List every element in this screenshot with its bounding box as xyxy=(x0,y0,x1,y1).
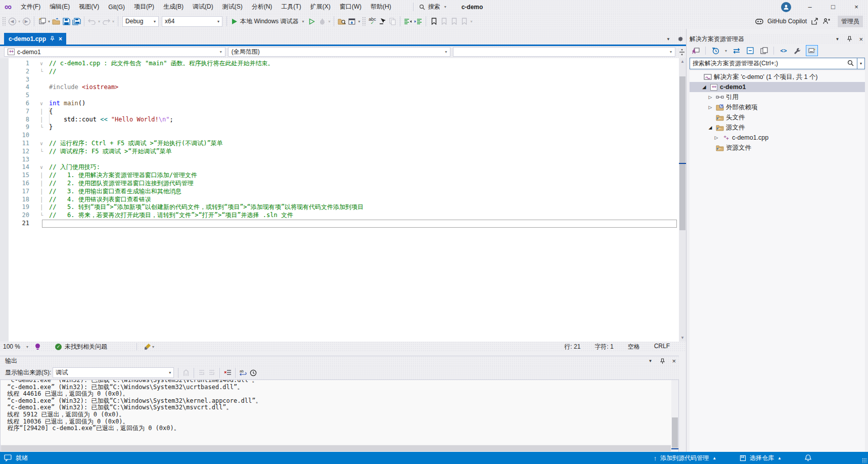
menu-生成(B)[interactable]: 生成(B) xyxy=(159,0,188,14)
menu-工具(T)[interactable]: 工具(T) xyxy=(277,0,305,14)
code-line-10[interactable]: 10 xyxy=(0,132,679,140)
status-line[interactable]: 行: 21 xyxy=(564,343,580,351)
word-wrap-button[interactable]: ab xyxy=(238,367,248,378)
split-editor-button[interactable] xyxy=(678,49,686,56)
add-to-source-control-button[interactable]: ↑ 添加到源代码管理 ▲ xyxy=(654,454,716,462)
toggle-bookmark-button[interactable] xyxy=(429,16,439,27)
project-scope-combo[interactable]: ++ c-demo1▾ xyxy=(4,47,225,57)
navigate-back-caret[interactable]: ▾ xyxy=(17,19,21,24)
hot-reload-button[interactable] xyxy=(317,16,327,27)
select-repository-button[interactable]: 选择仓库 ▲ xyxy=(740,454,782,462)
pin-icon[interactable] xyxy=(50,36,55,41)
indent-increase-button[interactable] xyxy=(413,16,423,27)
output-source-combo[interactable]: 调试▾ xyxy=(53,367,174,378)
tree-expand-arrow[interactable]: ▷ xyxy=(706,95,715,100)
navigate-cursor-button[interactable] xyxy=(377,16,387,27)
navigate-back-button[interactable]: ◀ xyxy=(7,16,17,27)
se-pin-icon[interactable] xyxy=(847,36,852,42)
tree-item-解决方案 'c-demo' (1 个项目, 共 1 个)[interactable]: 解决方案 'c-demo' (1 个项目, 共 1 个) xyxy=(690,72,865,82)
code-line-21[interactable]: 21 xyxy=(0,220,679,228)
se-search-icon[interactable] xyxy=(844,60,857,68)
save-button[interactable] xyxy=(61,16,71,27)
intellisense-icon[interactable] xyxy=(34,343,41,350)
code-editor[interactable]: 1∨// c-demo1.cpp : 此文件包含 "main" 函数。程序执行将… xyxy=(0,58,686,342)
tree-item-c-demo1[interactable]: ◢++c-demo1 xyxy=(690,82,865,92)
menu-编辑(E)[interactable]: 编辑(E) xyxy=(45,0,74,14)
menu-文件(F)[interactable]: 文件(F) xyxy=(16,0,45,14)
se-properties-button[interactable] xyxy=(792,45,802,56)
copy-button[interactable] xyxy=(387,16,397,27)
next-bookmark-button[interactable] xyxy=(449,16,459,27)
tree-item-头文件[interactable]: 头文件 xyxy=(690,112,865,122)
output-panel-header[interactable]: 输出 ▼ × xyxy=(0,356,679,366)
share-icon[interactable] xyxy=(811,18,818,25)
tree-item-c-demo1.cpp[interactable]: ▷⁺₊c-demo1.cpp xyxy=(690,133,865,143)
scroll-down-arrow[interactable]: ▼ xyxy=(679,334,686,342)
menu-帮助(H)[interactable]: 帮助(H) xyxy=(366,0,396,14)
switch-views-button[interactable] xyxy=(691,45,701,56)
output-close-icon[interactable]: × xyxy=(672,357,676,365)
status-space[interactable]: 空格 xyxy=(628,343,640,351)
new-project-button[interactable] xyxy=(37,16,47,27)
configuration-combo[interactable]: Debug▾ xyxy=(122,16,159,27)
undo-caret[interactable]: ▾ xyxy=(97,19,101,24)
next-message-button[interactable] xyxy=(207,367,217,378)
code-line-1[interactable]: 1∨// c-demo1.cpp : 此文件包含 "main" 函数。程序执行将… xyxy=(0,60,679,68)
status-eol[interactable]: CRLF xyxy=(654,343,670,351)
solution-home-caret[interactable]: ▾ xyxy=(357,19,361,24)
find-in-files-button[interactable] xyxy=(337,16,347,27)
menu-扩展(X)[interactable]: 扩展(X) xyxy=(306,0,335,14)
code-line-4[interactable]: 4#include <iostream> xyxy=(0,83,679,92)
debug-target-caret[interactable]: ▾ xyxy=(301,19,305,24)
tab-close-icon[interactable]: × xyxy=(59,35,62,43)
platform-combo[interactable]: x64▾ xyxy=(162,16,222,27)
feedback-icon[interactable] xyxy=(823,18,831,25)
code-line-9[interactable]: 9└} xyxy=(0,123,679,132)
code-line-3[interactable]: 3 xyxy=(0,76,679,84)
preview-selected-items-button[interactable] xyxy=(806,45,818,56)
tab-list-caret[interactable]: ▼ xyxy=(665,37,671,41)
code-line-15[interactable]: 15│// 1. 使用解决方案资源管理器窗口添加/管理文件 xyxy=(0,172,679,180)
output-pin-icon[interactable] xyxy=(660,358,665,364)
feedback-bubble-icon[interactable] xyxy=(4,454,12,461)
code-line-17[interactable]: 17│// 3. 使用输出窗口查看生成输出和其他消息 xyxy=(0,188,679,196)
code-line-16[interactable]: 16│// 2. 使用团队资源管理器窗口连接到源代码管理 xyxy=(0,180,679,188)
toolbar-grip[interactable] xyxy=(2,17,6,26)
status-col[interactable]: 字符: 1 xyxy=(595,343,613,351)
menu-窗口(W)[interactable]: 窗口(W) xyxy=(335,0,366,14)
code-line-8[interactable]: 8│ std::cout << "Hello World!\n"; xyxy=(0,116,679,124)
code-line-7[interactable]: 7│{ xyxy=(0,108,679,116)
se-window-menu-caret[interactable]: ▼ xyxy=(834,37,840,41)
tree-expand-arrow[interactable]: ▷ xyxy=(712,135,721,140)
prev-message-button[interactable] xyxy=(197,367,207,378)
editor-vertical-scrollbar[interactable]: ▲ ▼ xyxy=(679,58,686,342)
navigate-forward-button[interactable]: ▶ xyxy=(21,16,31,27)
tree-item-源文件[interactable]: ◢源文件 xyxy=(690,122,865,133)
minimize-button[interactable]: – xyxy=(798,0,821,14)
spell-check-button[interactable]: abc✓ xyxy=(367,16,377,27)
pending-changes-filter-button[interactable] xyxy=(710,45,720,56)
search-box[interactable]: 搜索 ▾ xyxy=(419,0,447,14)
code-line-18[interactable]: 18│// 4. 使用错误列表窗口查看错误 xyxy=(0,196,679,204)
open-file-button[interactable] xyxy=(51,16,61,27)
notifications-bell-icon[interactable] xyxy=(805,454,811,461)
code-line-13[interactable]: 13 xyxy=(0,156,679,164)
member-scope-combo[interactable]: ▾ xyxy=(453,47,675,57)
output-window-menu-caret[interactable]: ▼ xyxy=(647,359,653,363)
redo-button[interactable] xyxy=(101,16,111,27)
new-project-caret[interactable]: ▾ xyxy=(47,19,51,24)
find-message-button[interactable] xyxy=(181,367,191,378)
code-line-19[interactable]: 19│// 5. 转到“项目”>“添加新项”以创建新的代码文件，或转到“项目”>… xyxy=(0,203,679,212)
save-all-button[interactable] xyxy=(71,16,81,27)
clear-bookmarks-button[interactable] xyxy=(459,16,469,27)
tree-item-引用[interactable]: ▷引用 xyxy=(690,92,865,102)
hot-reload-caret[interactable]: ▾ xyxy=(327,19,331,24)
menu-调试(D)[interactable]: 调试(D) xyxy=(188,0,218,14)
timestamp-button[interactable] xyxy=(248,367,258,378)
code-cleanup-icon[interactable] xyxy=(144,343,151,350)
menu-Git(G)[interactable]: Git(G) xyxy=(104,0,129,14)
code-line-11[interactable]: 11∨// 运行程序: Ctrl + F5 或调试 >“开始执行(不调试)”菜单 xyxy=(0,140,679,148)
se-search-options-caret[interactable]: ▾ xyxy=(857,58,864,69)
clear-all-button[interactable] xyxy=(222,367,233,378)
start-without-debugging-button[interactable] xyxy=(307,16,317,27)
